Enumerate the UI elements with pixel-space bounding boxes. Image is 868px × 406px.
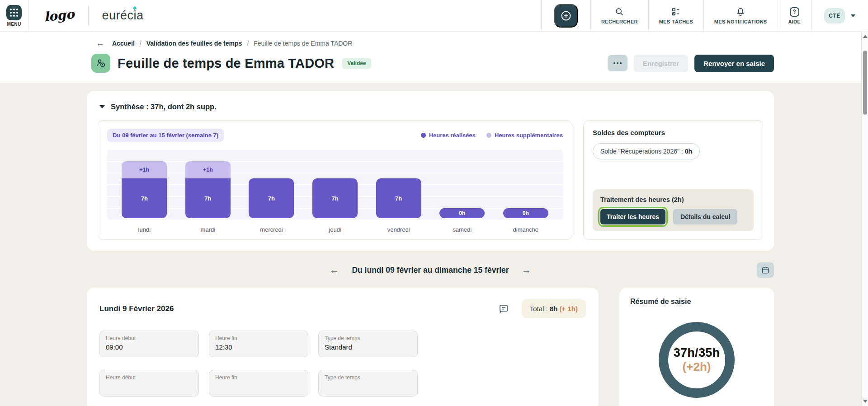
day-total-pill: Total : 8h (+ 1h) — [522, 299, 586, 318]
menu-button[interactable]: MENU — [0, 0, 28, 31]
next-week-arrow[interactable]: → — [522, 264, 532, 276]
quick-add-cell — [541, 0, 590, 31]
bar-segment-realized: 7h — [376, 178, 421, 218]
calculation-details-button[interactable]: Détails du calcul — [673, 209, 737, 224]
time-entry-row: Heure début Heure fin Type de temps — [99, 370, 586, 397]
hours-gauge: 37h/35h (+2h) — [659, 322, 735, 398]
process-hours-button[interactable]: Traiter les heures — [600, 209, 665, 224]
start-time-field[interactable]: Heure début — [99, 370, 199, 397]
legend-item-realized: Heures réalisées — [421, 132, 476, 139]
chart-day-labels: lundimardimercredijeudivendredisamedidim… — [107, 226, 563, 233]
bar-segment-realized: 7h — [122, 178, 167, 218]
day-entry-card: Lundi 9 Février 2026 Total : 8h (+ 1h) H — [87, 288, 599, 406]
resend-button[interactable]: Renvoyer en saisie — [694, 55, 774, 72]
bar-segment-realized: 0h — [439, 208, 485, 218]
scroll-up-arrow[interactable] — [863, 35, 868, 38]
user-menu[interactable]: CTE — [811, 0, 868, 31]
menu-label: MENU — [7, 22, 21, 27]
sidebar-item-notifications[interactable]: MES NOTIFICATIONS — [703, 0, 778, 31]
chart-day-label: lundi — [113, 226, 176, 233]
synthesis-title: Synthèse : 37h, dont 2h supp. — [111, 103, 217, 111]
week-navigation: ← Du lundi 09 février au dimanche 15 fév… — [87, 264, 774, 276]
tasks-icon — [671, 7, 681, 17]
grid-menu-icon — [6, 5, 22, 20]
page-title: Feuille de temps de Emma TADOR — [118, 56, 334, 71]
end-time-field[interactable]: Heure fin — [209, 370, 308, 397]
bar-column: 7h — [367, 149, 430, 220]
hours-treatment-card: Traitement des heures (2h) Traiter les h… — [593, 189, 754, 231]
bar-segment-realized: 7h — [185, 178, 231, 218]
calendar-icon — [761, 266, 770, 275]
bar-column: 7h — [303, 149, 367, 220]
gauge-main-value: 37h/35h — [674, 346, 720, 360]
balance-chip: Solde "Récupérations 2026" : 0h — [593, 143, 700, 159]
chart-day-label: samedi — [430, 226, 494, 233]
breadcrumb-home[interactable]: Accueil — [112, 40, 135, 47]
end-time-field[interactable]: Heure fin 12:30 — [209, 331, 308, 357]
counters-title: Soldes des compteurs — [593, 129, 754, 136]
page-scrollbar[interactable] — [861, 32, 868, 406]
time-type-field[interactable]: Type de temps — [318, 370, 418, 397]
week-bar-chart: +1h7h+1h7h7h7h7h0h0h — [107, 149, 563, 220]
summary-title: Résumé de saisie — [630, 298, 763, 306]
bar-column: 0h — [430, 149, 494, 220]
chart-period-pill: Du 09 février au 15 février (semaine 7) — [107, 129, 224, 142]
timesheet-person-clock-icon — [91, 54, 110, 73]
treatment-title: Traitement des heures (2h) — [600, 196, 746, 203]
plus-circle-icon — [560, 10, 572, 22]
company-logo: logo — [43, 7, 75, 25]
previous-week-arrow[interactable]: ← — [329, 264, 339, 276]
chart-legend: Heures réalisées Heures supplémentaires — [421, 132, 563, 139]
sidebar-item-help[interactable]: ? AIDE — [778, 0, 811, 31]
week-range-label: Du lundi 09 février au dimanche 15 févri… — [352, 266, 509, 275]
bell-icon — [736, 7, 745, 17]
breadcrumb-validation[interactable]: Validation des feuilles de temps — [146, 40, 242, 47]
top-bar: MENU logo eurécia RECHERCHER MES TÂCHES — [0, 0, 868, 32]
bar-column: +1h7h — [176, 149, 240, 220]
chart-day-label: dimanche — [494, 226, 557, 233]
entry-summary-card: Résumé de saisie 37h/35h (+2h) — [619, 288, 774, 406]
comment-button[interactable] — [498, 303, 509, 314]
bar-segment-realized: 0h — [503, 208, 548, 218]
top-navigation: RECHERCHER MES TÂCHES MES NOTIFICATIONS … — [541, 0, 868, 31]
brand-wordmark: eurécia — [88, 6, 144, 26]
chart-day-label: jeudi — [303, 226, 367, 233]
collapse-caret-icon — [99, 105, 105, 108]
more-actions-button[interactable] — [608, 55, 627, 71]
time-entry-row: Heure début 09:00 Heure fin 12:30 Type d… — [99, 331, 586, 357]
time-type-field[interactable]: Type de temps Standard — [318, 331, 418, 357]
search-icon — [614, 7, 624, 17]
legend-dot-supplementary — [486, 133, 491, 138]
main-content: Synthèse : 37h, dont 2h supp. Du 09 févr… — [0, 83, 868, 406]
start-time-field[interactable]: Heure début 09:00 — [99, 331, 199, 357]
save-button[interactable]: Enregistrer — [634, 55, 688, 72]
day-total-value: 8h — [550, 305, 558, 313]
calendar-picker-button[interactable] — [757, 262, 774, 278]
sidebar-item-tasks[interactable]: MES TÂCHES — [648, 0, 703, 31]
day-total-extra: (+ 1h) — [560, 305, 578, 313]
sidebar-item-search[interactable]: RECHERCHER — [590, 0, 648, 31]
quick-add-button[interactable] — [554, 4, 578, 28]
comment-icon — [498, 303, 509, 314]
bar-column: 0h — [494, 149, 557, 220]
gauge-extra-value: (+2h) — [683, 360, 711, 374]
scroll-down-arrow[interactable] — [863, 400, 868, 403]
balance-value: 0h — [685, 148, 692, 155]
counters-panel: Soldes des compteurs Solde "Récupération… — [583, 120, 763, 240]
day-title: Lundi 9 Février 2026 — [99, 304, 174, 313]
breadcrumb-current: Feuille de temps de Emma TADOR — [254, 40, 352, 47]
chevron-down-icon — [851, 14, 855, 17]
synthesis-collapse-header[interactable]: Synthèse : 37h, dont 2h supp. — [98, 100, 763, 120]
bar-segment-realized: 7h — [312, 178, 358, 218]
chart-day-label: mardi — [176, 226, 240, 233]
chart-day-label: vendredi — [367, 226, 430, 233]
legend-item-supplementary: Heures supplémentaires — [486, 132, 563, 139]
scrollbar-thumb[interactable] — [863, 51, 867, 115]
back-arrow-icon[interactable]: ← — [96, 38, 104, 48]
synthesis-card: Synthèse : 37h, dont 2h supp. Du 09 févr… — [87, 91, 774, 251]
brand-text: eurécia — [102, 9, 144, 23]
bar-segment-supplementary: +1h — [122, 161, 167, 178]
status-badge: Validée — [342, 58, 371, 69]
legend-dot-realized — [421, 133, 426, 138]
weekly-chart-panel: Du 09 février au 15 février (semaine 7) … — [98, 120, 572, 240]
